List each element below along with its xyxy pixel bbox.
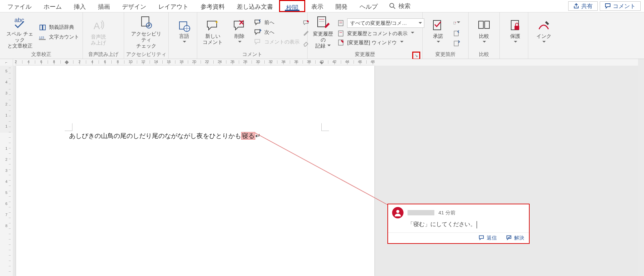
tab-mailings[interactable]: 差し込み文書 [231, 0, 279, 12]
svg-rect-13 [318, 17, 326, 27]
comment-card[interactable]: 41 分前 「寝む」にしてください。 返信 解決 [387, 204, 530, 244]
tab-references[interactable]: 参考資料 [195, 0, 231, 12]
show-markup-button[interactable]: 変更履歴とコメントの表示 [336, 29, 426, 38]
ribbon-tab-bar: ファイル ホーム 挿入 描画 デザイン レイアウト 参考資料 差し込み文書 校閲… [0, 0, 644, 12]
ink-button[interactable]: インク [530, 18, 557, 47]
reviewing-pane-button[interactable]: [変更履歴] ウィンドウ [336, 39, 426, 47]
tab-developer[interactable]: 開発 [329, 0, 354, 12]
document-canvas[interactable]: あしびきの山鳥の尾のしだり尾のながながし夜をひとりかも寝る↵ 41 分前 「寝む… [13, 66, 638, 276]
prev-comment-icon [254, 19, 262, 26]
new-comment-button[interactable]: ✦ 新しいコメント [199, 18, 226, 47]
display-for-review-dropdown[interactable]: すべての変更履歴/コメ… [336, 18, 426, 28]
reviewing-pane-icon [338, 39, 344, 46]
margin-corner-tl [65, 123, 72, 131]
tab-draw[interactable]: 描画 [92, 0, 116, 12]
page: あしびきの山鳥の尾のしだり尾のながながし夜をひとりかも寝る↵ [16, 66, 374, 276]
tab-review[interactable]: 校閲 [279, 0, 305, 12]
tab-home[interactable]: ホーム [38, 0, 68, 12]
next-change-button[interactable] [453, 40, 460, 47]
read-aloud-icon: A [91, 18, 106, 33]
group-label-tracking: 変更履歴 [355, 51, 375, 57]
tab-file[interactable]: ファイル [1, 0, 38, 12]
resolve-button[interactable]: 解決 [506, 235, 524, 241]
new-comment-icon: ✦ [206, 19, 219, 32]
comment-icon [605, 3, 611, 9]
track-changes-button[interactable]: 変更履歴の記録 [310, 14, 336, 50]
scrollbar-vertical-track-top[interactable] [638, 59, 644, 66]
svg-text:A: A [94, 21, 100, 31]
language-button[interactable]: 言語 [171, 18, 198, 47]
accept-change-button[interactable]: 承諾 [425, 18, 451, 47]
svg-point-0 [390, 3, 394, 7]
share-icon [573, 3, 579, 9]
accept-icon [431, 19, 445, 32]
tell-me-search[interactable]: 検索 [384, 0, 416, 12]
group-label-proofing: 文章校正 [31, 51, 51, 57]
ribbon: abc スペル チェックと文章校正 類義語辞典 123 文字カウント 文章校正 … [0, 12, 644, 59]
commented-range[interactable]: 寝る [241, 132, 255, 140]
tab-layout[interactable]: レイアウト [152, 0, 195, 12]
ink-icon [537, 19, 550, 32]
svg-rect-27 [485, 21, 489, 28]
group-label-accessibility: アクセシビリティ [126, 51, 166, 57]
thesaurus-button[interactable]: 類義語辞典 [38, 23, 80, 32]
previous-change-button[interactable] [453, 30, 460, 37]
tracking-dialog-launcher[interactable]: ↘ [412, 52, 420, 60]
group-label-compare: 比較 [479, 51, 489, 57]
vertical-ruler[interactable]: 54321112345678 [0, 66, 13, 276]
search-label: 検索 [398, 2, 411, 10]
protect-icon [508, 19, 522, 32]
delete-comment-icon [233, 19, 246, 32]
language-icon [177, 19, 191, 32]
horizontal-ruler[interactable]: 8642246810121416182022242628303234363840… [13, 59, 523, 66]
author-name-redacted [408, 210, 434, 215]
svg-point-30 [396, 210, 399, 213]
delete-comment-button[interactable]: 削除 [226, 18, 253, 47]
svg-text:✦: ✦ [215, 19, 219, 25]
svg-rect-29 [515, 26, 519, 30]
comment-text[interactable]: 「寝む」にしてください。 [388, 218, 529, 232]
tab-help[interactable]: ヘルプ [354, 0, 384, 12]
group-label-comments: コメント [242, 51, 262, 57]
next-comment-icon [254, 28, 262, 36]
show-markup-icon [338, 30, 344, 37]
previous-comment-button[interactable]: 前へ [253, 18, 301, 27]
accessibility-check-button[interactable]: アクセシビリティチェック [126, 14, 166, 50]
reply-button[interactable]: 返信 [479, 235, 497, 241]
ruler-corner: ⌐ [0, 59, 13, 66]
svg-rect-6 [39, 39, 46, 40]
svg-rect-8 [142, 17, 149, 26]
scrollbar-vertical[interactable] [638, 66, 644, 276]
compare-icon [477, 19, 491, 32]
tab-view[interactable]: 表示 [305, 0, 329, 12]
paragraph[interactable]: あしびきの山鳥の尾のしだり尾のながながし夜をひとりかも寝る↵ [69, 132, 261, 140]
svg-rect-19 [338, 31, 343, 36]
svg-rect-16 [338, 20, 343, 26]
svg-line-1 [393, 7, 395, 9]
tab-design[interactable]: デザイン [116, 0, 152, 12]
text-cursor [477, 221, 477, 228]
group-label-speech: 音声読み上げ [88, 51, 118, 57]
comments-button[interactable]: コメント [600, 1, 641, 11]
horizontal-ruler-row: ⌐ 86422468101214161820222426283032343638… [0, 59, 644, 66]
spellcheck-button[interactable]: abc スペル チェックと文章校正 [2, 14, 38, 50]
resolve-icon [506, 235, 512, 241]
margin-corner-tr [321, 123, 329, 131]
compare-button[interactable]: 比較 [471, 18, 497, 47]
svg-rect-26 [479, 21, 483, 28]
group-label-changes: 変更箇所 [435, 51, 455, 57]
avatar [392, 207, 404, 218]
svg-rect-4 [43, 25, 45, 30]
share-button[interactable]: 共有 [568, 1, 598, 11]
reject-change-button[interactable] [453, 20, 460, 26]
track-changes-icon [316, 15, 330, 30]
word-count-button[interactable]: 123 文字カウント [38, 33, 80, 42]
svg-rect-23 [454, 22, 455, 24]
tab-insert[interactable]: 挿入 [68, 0, 92, 12]
protect-button[interactable]: 保護 [502, 18, 529, 47]
show-comments-button: コメントの表示 [253, 38, 301, 46]
next-comment-button[interactable]: 次へ [253, 28, 301, 37]
svg-rect-22 [433, 20, 441, 30]
read-aloud-button: A 音声読み上げ [85, 17, 112, 47]
show-comments-icon [254, 38, 262, 46]
